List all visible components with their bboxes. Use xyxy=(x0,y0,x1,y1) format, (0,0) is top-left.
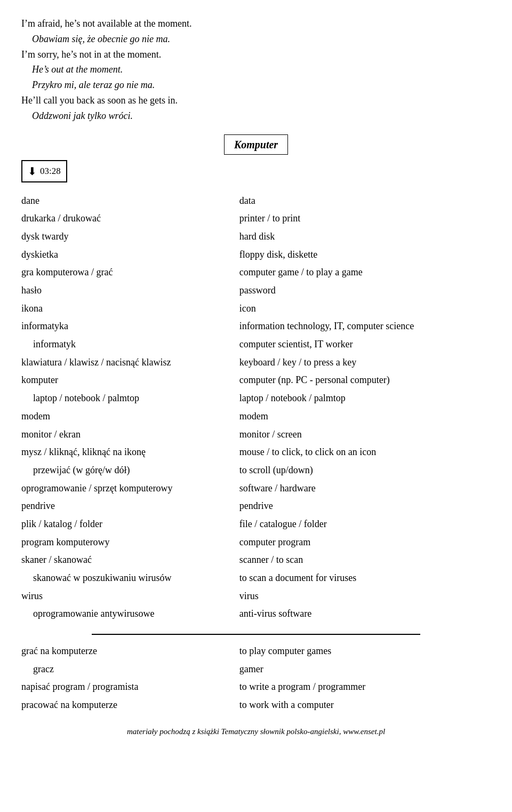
vocab-pl-22: wirus xyxy=(21,587,237,606)
vocab-pl-21: skanować w poszukiwaniu wirusów xyxy=(21,569,237,587)
vocab-row-7: informatykainformation technology, IT, c… xyxy=(21,317,491,336)
phrase-row-3: pracować na komputerzeto work with a com… xyxy=(21,696,491,714)
vocab-row-19: program komputerowycomputer program xyxy=(21,534,491,552)
section-title-wrapper: Komputer xyxy=(21,134,491,155)
vocab-pl-7: informatyka xyxy=(21,317,237,336)
vocab-en-23: anti-virus software xyxy=(237,605,491,623)
vocab-en-3: floppy disk, diskette xyxy=(237,246,491,264)
vocab-en-4: computer game / to play a game xyxy=(237,264,491,282)
phrase-pl-1: gracz xyxy=(21,660,237,679)
vocab-en-20: scanner / to scan xyxy=(237,551,491,569)
vocab-en-15: to scroll (up/down) xyxy=(237,461,491,480)
vocab-row-21: skanować w poszukiwaniu wirusówto scan a… xyxy=(21,569,491,587)
footer-text: materiały pochodzą z książki Tematyczny … xyxy=(21,725,491,738)
vocab-pl-15: przewijać (w górę/w dół) xyxy=(21,461,237,480)
vocab-en-2: hard disk xyxy=(237,228,491,246)
phrase-pl-3: pracować na komputerze xyxy=(21,696,237,714)
vocab-row-12: modemmodem xyxy=(21,408,491,426)
vocab-row-17: pendrivependrive xyxy=(21,497,491,515)
section-title: Komputer xyxy=(224,134,288,155)
vocab-row-5: hasłopassword xyxy=(21,282,491,300)
vocab-en-22: virus xyxy=(237,587,491,606)
vocab-pl-9: klawiatura / klawisz / nacisnąć klawisz xyxy=(21,354,237,372)
phrase-en-2: to write a program / programmer xyxy=(237,678,491,696)
vocab-row-3: dyskietkafloppy disk, diskette xyxy=(21,246,491,264)
intro-line-5: Przykro mi, ale teraz go nie ma. xyxy=(21,77,491,93)
vocab-pl-10: komputer xyxy=(21,371,237,389)
phrase-en-0: to play computer games xyxy=(237,642,491,660)
download-badge: ⬇ 03:28 xyxy=(21,160,67,182)
vocab-row-6: ikonaicon xyxy=(21,300,491,318)
vocab-en-9: keyboard / key / to press a key xyxy=(237,354,491,372)
divider-line xyxy=(92,634,420,635)
vocab-pl-20: skaner / skanować xyxy=(21,551,237,569)
vocab-pl-3: dyskietka xyxy=(21,246,237,264)
intro-line-6: He’ll call you back as soon as he gets i… xyxy=(21,93,491,108)
vocab-row-13: monitor / ekranmonitor / screen xyxy=(21,426,491,444)
vocab-en-6: icon xyxy=(237,300,491,318)
vocab-pl-12: modem xyxy=(21,408,237,426)
vocab-en-21: to scan a document for viruses xyxy=(237,569,491,587)
phrase-pl-0: grać na komputerze xyxy=(21,642,237,660)
vocab-row-14: mysz / kliknąć, kliknąć na ikonęmouse / … xyxy=(21,443,491,461)
vocab-row-1: drukarka / drukowaćprinter / to print xyxy=(21,210,491,228)
vocab-pl-23: oprogramowanie antywirusowe xyxy=(21,605,237,623)
vocab-row-22: wirusvirus xyxy=(21,587,491,606)
vocab-en-8: computer scientist, IT worker xyxy=(237,336,491,354)
phrases-table: grać na komputerzeto play computer games… xyxy=(21,642,491,714)
phrase-en-3: to work with a computer xyxy=(237,696,491,714)
vocab-row-23: oprogramowanie antywirusoweanti-virus so… xyxy=(21,605,491,623)
vocab-row-20: skaner / skanowaćscanner / to scan xyxy=(21,551,491,569)
vocab-en-14: mouse / to click, to click on an icon xyxy=(237,443,491,461)
vocab-en-1: printer / to print xyxy=(237,210,491,228)
intro-section: I’m afraid, he’s not available at the mo… xyxy=(21,16,491,124)
vocab-pl-6: ikona xyxy=(21,300,237,318)
vocab-pl-4: gra komputerowa / grać xyxy=(21,264,237,282)
vocab-en-7: information technology, IT, computer sci… xyxy=(237,317,491,336)
download-badge-wrapper: ⬇ 03:28 xyxy=(21,160,491,188)
intro-line-2: Obawiam się, że obecnie go nie ma. xyxy=(21,31,491,47)
intro-line-4: He’s out at the moment. xyxy=(21,62,491,77)
vocab-pl-2: dysk twardy xyxy=(21,228,237,246)
vocab-table: danedatadrukarka / drukowaćprinter / to … xyxy=(21,192,491,624)
vocab-row-18: plik / katalog / folderfile / catalogue … xyxy=(21,515,491,534)
vocab-pl-17: pendrive xyxy=(21,497,237,515)
vocab-pl-0: dane xyxy=(21,192,237,210)
vocab-pl-1: drukarka / drukować xyxy=(21,210,237,228)
intro-line-7: Oddzwoni jak tylko wróci. xyxy=(21,108,491,124)
vocab-en-17: pendrive xyxy=(237,497,491,515)
vocab-en-13: monitor / screen xyxy=(237,426,491,444)
vocab-row-11: laptop / notebook / palmtoplaptop / note… xyxy=(21,389,491,408)
vocab-en-5: password xyxy=(237,282,491,300)
vocab-row-8: informatykcomputer scientist, IT worker xyxy=(21,336,491,354)
vocab-pl-14: mysz / kliknąć, kliknąć na ikonę xyxy=(21,443,237,461)
vocab-pl-11: laptop / notebook / palmtop xyxy=(21,389,237,408)
phrase-row-2: napisać program / programistato write a … xyxy=(21,678,491,696)
vocab-en-18: file / catalogue / folder xyxy=(237,515,491,534)
vocab-pl-18: plik / katalog / folder xyxy=(21,515,237,534)
vocab-en-12: modem xyxy=(237,408,491,426)
vocab-row-0: danedata xyxy=(21,192,491,210)
vocab-pl-16: oprogramowanie / sprzęt komputerowy xyxy=(21,480,237,498)
vocab-en-10: computer (np. PC - personal computer) xyxy=(237,371,491,389)
phrase-row-1: graczgamer xyxy=(21,660,491,679)
vocab-row-9: klawiatura / klawisz / nacisnąć klawiszk… xyxy=(21,354,491,372)
intro-line-3: I’m sorry, he’s not in at the moment. xyxy=(21,47,491,62)
divider-wrapper xyxy=(21,634,491,635)
vocab-pl-13: monitor / ekran xyxy=(21,426,237,444)
vocab-pl-19: program komputerowy xyxy=(21,534,237,552)
vocab-row-16: oprogramowanie / sprzęt komputerowysoftw… xyxy=(21,480,491,498)
vocab-row-2: dysk twardyhard disk xyxy=(21,228,491,246)
vocab-pl-5: hasło xyxy=(21,282,237,300)
phrase-en-1: gamer xyxy=(237,660,491,679)
badge-time: 03:28 xyxy=(40,164,61,178)
vocab-en-0: data xyxy=(237,192,491,210)
vocab-pl-8: informatyk xyxy=(21,336,237,354)
vocab-en-11: laptop / notebook / palmtop xyxy=(237,389,491,408)
vocab-row-15: przewijać (w górę/w dół)to scroll (up/do… xyxy=(21,461,491,480)
vocab-en-16: software / hardware xyxy=(237,480,491,498)
vocab-row-4: gra komputerowa / graćcomputer game / to… xyxy=(21,264,491,282)
phrase-row-0: grać na komputerzeto play computer games xyxy=(21,642,491,660)
download-icon: ⬇ xyxy=(28,163,37,180)
vocab-en-19: computer program xyxy=(237,534,491,552)
